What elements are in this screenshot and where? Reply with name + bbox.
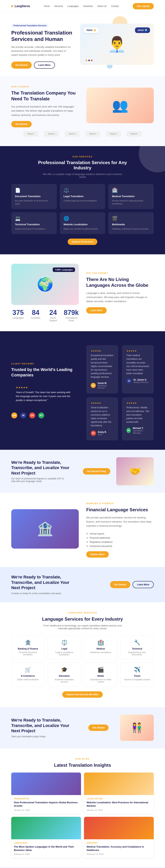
blog-card-1[interactable]: Translation How Professional Translation…: [11, 773, 81, 814]
trusted-image-col: 👥: [86, 88, 154, 125]
hero-badge: Professional Translation Services: [11, 24, 49, 27]
industry-name-2: Legal: [51, 647, 78, 650]
industry-3[interactable]: 🏥 Medical Healthcare translations: [84, 636, 118, 660]
banking-text-content: We provide specialized translation servi…: [86, 516, 154, 528]
industry-icon-1: 🏦: [14, 639, 41, 646]
cta2-subtitle: Contact us today for a free consultation…: [11, 592, 67, 595]
avatar-row: SM JK ER MT: [11, 412, 79, 418]
stat-label-2: Countries: [29, 317, 42, 319]
cta2-actions: Get Started Learn More: [110, 581, 154, 588]
author-role-4: Operations Manager: [133, 430, 149, 434]
industry-name-4: Technical: [124, 647, 151, 650]
hero-cta-primary[interactable]: Get Started: [11, 62, 32, 69]
banking-content: 🏦 Banking & Finance Financial Language S…: [11, 502, 154, 558]
cta-action-area: Get Started Today: [83, 468, 110, 474]
industry-icon-3: 🏥: [87, 639, 114, 646]
blog-content-1: Translation How Professional Translation…: [11, 795, 81, 814]
industry-icon-5: 🛒: [14, 666, 41, 673]
industry-4[interactable]: 🔧 Technical Engineering & tech documents: [120, 636, 154, 660]
testimonial-4: ★★★★★ Professional, reliable, and cost-e…: [122, 397, 154, 440]
author-role-2: Medical Director: [133, 381, 148, 383]
hero-person-emoji: 👨‍💼: [108, 35, 126, 53]
stars-1: ★★★★★: [91, 350, 113, 352]
industry-icon-7: 🎬: [87, 666, 114, 673]
industry-7[interactable]: 🎬 Media Entertainment & media content: [84, 663, 118, 687]
cta-button-1[interactable]: Get Started Today: [83, 468, 110, 474]
author-info-4: Michael T. Operations Manager: [133, 427, 149, 434]
nav-links: Home Services Languages Industries About…: [44, 5, 119, 7]
cta-title: We're Ready to Translate, Transcribe, an…: [11, 460, 77, 476]
lang-services-badge: Language Services: [11, 612, 154, 614]
stat-label-1: Languages: [11, 317, 25, 319]
nav-home[interactable]: Home: [44, 5, 50, 7]
hero-section: Professional Translation Services Profes…: [0, 12, 165, 76]
blog-tag-2: Localization: [87, 798, 151, 800]
lang-services-title: Language Services for Every Industry: [11, 616, 154, 622]
speech-bubble-2: ¡Hola! 🌍: [135, 27, 150, 33]
hero-cta-secondary[interactable]: Learn More: [34, 62, 55, 69]
cta-section-3: We're Ready to Translate, Transcribe, an…: [0, 707, 165, 748]
industry-8[interactable]: ✈️ Travel Tourism & hospitality content: [120, 663, 154, 687]
trusted-illustration: 👥: [86, 88, 154, 123]
stat-num-2: 84: [29, 309, 42, 317]
hero-subtitle: We provide accurate, culturally adapted …: [11, 45, 71, 57]
author-name-1: Sarah M.: [98, 382, 113, 384]
author-avatar-1: SM: [91, 383, 96, 388]
industry-name-1: Banking & Finance: [14, 647, 41, 650]
nav-contact[interactable]: Contact: [111, 5, 119, 7]
living-lang-cta[interactable]: Learn More: [86, 307, 107, 314]
nav-about[interactable]: About Us: [97, 5, 106, 7]
cta-team-image: 🤝: [116, 457, 154, 486]
cta-text-area: We're Ready to Translate, Transcribe, an…: [11, 460, 77, 483]
industry-2[interactable]: ⚖️ Legal Legal & compliance translations: [47, 636, 81, 660]
nav-services[interactable]: Services: [54, 5, 63, 7]
industry-icon-4: 🔧: [124, 639, 151, 646]
hero-illustration-area: Hello! 👋 ¡Hola! 🌍 👨‍💼: [80, 24, 154, 69]
cta2-button[interactable]: Get Started: [110, 581, 131, 588]
trusted-content: Our Clients The Translation Company You …: [11, 86, 154, 127]
cta2-learn-more[interactable]: Learn More: [133, 581, 154, 588]
blog-card-3[interactable]: Languages The Most Spoken Languages in t…: [11, 817, 81, 858]
blog-header: Our Blog Latest Translation Insights: [11, 758, 154, 768]
cta-section-1: We're Ready to Translate, Transcribe, an…: [0, 450, 165, 493]
author-info-2: Dr. James K. Medical Director: [133, 378, 148, 383]
trusted-cta[interactable]: Get Started: [11, 121, 32, 127]
service-title-6: Multimedia: [112, 223, 150, 226]
cta-section-2: We're Ready to Translate, Transcribe, an…: [0, 567, 165, 602]
author-info-3: Emily R. CEO: [98, 431, 107, 436]
industry-1[interactable]: 🏦 Banking & Finance Financial document t…: [11, 636, 45, 660]
lang-services-cta[interactable]: Explore the Services We Offer: [62, 691, 103, 698]
author-name-3: Emily R.: [98, 431, 107, 433]
testimonial-cards: ★★★★★ Exceptional translation quality an…: [86, 345, 154, 440]
stat-num-4: 879k: [64, 309, 79, 317]
industry-5[interactable]: 🛒 E-Commerce Online retail localization: [11, 663, 45, 687]
living-lang-text: Did You Know? There Are No Living Langua…: [86, 272, 154, 314]
logo-5: Brand 5: [106, 131, 121, 137]
industry-text-6: Academic translation services: [51, 678, 78, 683]
author-4: MT Michael T. Operations Manager: [126, 427, 149, 434]
service-card-3: 🏥 Medical Translation Precise medical & …: [108, 184, 154, 209]
industry-6[interactable]: 🎓 Education Academic translation service…: [47, 663, 81, 687]
quote-text: Years of Growth! "Our team has been work…: [16, 391, 74, 402]
blog-img-1: [11, 773, 81, 795]
author-role-3: CEO: [98, 433, 107, 436]
service-text-1: Accurate translation of all document typ…: [15, 199, 53, 205]
author-role-1: Marketing Director: [98, 384, 113, 389]
blog-card-2[interactable]: Localization Website Localization: Best …: [84, 773, 154, 814]
blog-card-4[interactable]: Industry Medical Translation: Accuracy a…: [84, 817, 154, 858]
avatar-2: JK: [20, 412, 26, 418]
service-title-1: Document Translation: [15, 195, 53, 198]
nav-cta-button[interactable]: Get a Quote: [133, 3, 154, 9]
service-card-2: ⚖️ Legal Translation Certified legal doc…: [60, 184, 105, 209]
hero-content: Professional Translation Services Profes…: [11, 24, 72, 69]
living-lang-title: There Are No Living Languages Across the…: [86, 276, 154, 288]
cta-illustration: 🤝: [116, 457, 154, 486]
nav-industries[interactable]: Industries: [83, 5, 93, 7]
cta3-button[interactable]: Get Started: [88, 724, 109, 731]
services-cta[interactable]: Explore All Services: [68, 239, 98, 245]
nav-languages[interactable]: Languages: [67, 5, 78, 7]
blog-date-4: February 12, 2024: [87, 853, 151, 855]
service-cards: 📄 Document Translation Accurate translat…: [11, 184, 154, 234]
living-lang-content: 🌍 7,000+ Languages 375 Languages 84 Coun…: [11, 264, 154, 322]
banking-cta[interactable]: Explore More: [86, 551, 109, 558]
